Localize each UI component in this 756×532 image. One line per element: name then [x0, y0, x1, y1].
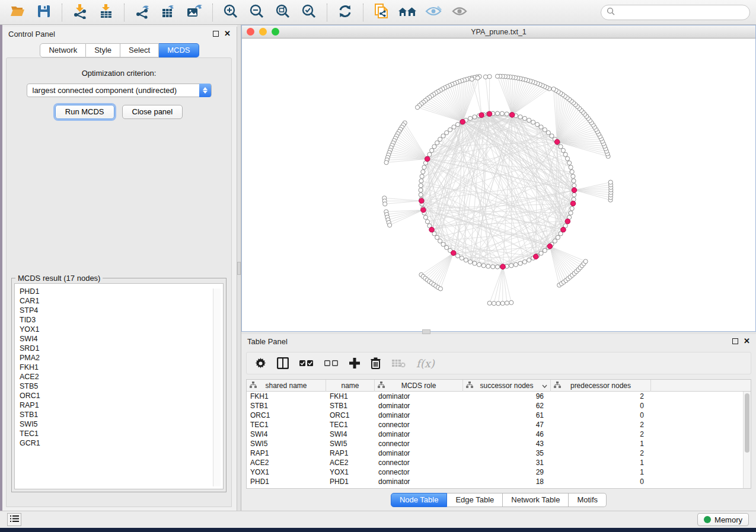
list-item[interactable]: PMA2: [20, 353, 223, 363]
show-panels-button[interactable]: [7, 513, 21, 526]
list-item[interactable]: GCR1: [20, 438, 223, 448]
sort-desc-icon: [542, 382, 547, 390]
export-network-button[interactable]: [130, 2, 154, 23]
zoom-fit-button[interactable]: [271, 2, 295, 23]
table-cell: connector: [375, 467, 463, 477]
import-table-button[interactable]: [94, 2, 118, 23]
table-row[interactable]: SWI4SWI4dominator462: [247, 430, 751, 439]
columns-icon[interactable]: [277, 357, 289, 369]
gear-icon[interactable]: [255, 358, 266, 369]
vertical-splitter[interactable]: [237, 25, 241, 511]
list-item[interactable]: STB1: [20, 410, 223, 419]
table-row[interactable]: STB1STB1dominator620: [247, 401, 751, 411]
column-header-shared-name[interactable]: shared name: [247, 380, 326, 392]
table-row[interactable]: FKH1FKH1dominator962: [247, 392, 751, 401]
save-session-button[interactable]: [32, 2, 56, 23]
table-row[interactable]: PHD1PHD1dominator180: [247, 477, 751, 486]
tab-motifs[interactable]: Motifs: [569, 493, 607, 507]
table-cell: [651, 477, 751, 486]
list-item[interactable]: ACE2: [20, 372, 223, 382]
list-item[interactable]: YOX1: [20, 325, 223, 334]
close-panel-button[interactable]: Close panel: [122, 105, 183, 119]
tab-node-table[interactable]: Node Table: [391, 493, 448, 507]
export-table-button[interactable]: [157, 2, 180, 23]
network-window-titlebar[interactable]: YPA_prune.txt_1: [242, 25, 755, 39]
list-item[interactable]: SWI5: [20, 419, 223, 429]
mcds-result-list[interactable]: PHD1CAR1STP4TID3YOX1SWI4SRD1PMA2FKH1ACE2…: [14, 283, 224, 489]
delete-column-icon[interactable]: [371, 357, 381, 369]
list-item[interactable]: TID3: [20, 315, 223, 325]
table-cell: ACE2: [326, 458, 375, 467]
first-neighbors-button[interactable]: [395, 2, 419, 23]
table-cell: SWI4: [326, 430, 375, 439]
open-session-button[interactable]: [6, 2, 30, 23]
memory-button[interactable]: Memory: [697, 513, 749, 526]
list-item[interactable]: SRD1: [20, 344, 223, 353]
export-image-button[interactable]: [183, 2, 206, 23]
close-icon[interactable]: ✕: [744, 338, 750, 344]
table-cell: 2: [551, 448, 651, 458]
select-all-icon[interactable]: [299, 360, 314, 367]
table-cell: 1: [551, 467, 651, 477]
network-canvas[interactable]: [242, 39, 755, 331]
float-icon[interactable]: [732, 338, 738, 344]
tab-network-table[interactable]: Network Table: [503, 493, 569, 507]
column-header-successor-nodes[interactable]: successor nodes: [463, 380, 551, 392]
table-panel-header: Table Panel ✕: [241, 334, 756, 348]
table-scrollbar[interactable]: [743, 392, 751, 488]
network-window-title: YPA_prune.txt_1: [242, 28, 755, 36]
list-item[interactable]: CAR1: [20, 296, 223, 306]
zoom-in-button[interactable]: [219, 2, 243, 23]
duplicate-network-button[interactable]: [369, 2, 393, 23]
optimization-criterion-select[interactable]: largest connected component (undirected): [27, 84, 212, 97]
tab-select[interactable]: Select: [120, 43, 159, 57]
table-cell: [651, 392, 751, 401]
column-header-name[interactable]: name: [326, 380, 375, 392]
search-box[interactable]: [601, 5, 750, 20]
table-row[interactable]: TEC1TEC1connector472: [247, 420, 751, 430]
list-item[interactable]: SWI4: [20, 334, 223, 344]
column-header-predecessor-nodes[interactable]: predecessor nodes: [551, 380, 651, 392]
refresh-button[interactable]: [333, 2, 357, 23]
run-mcds-button[interactable]: Run MCDS: [55, 105, 114, 119]
zoom-out-button[interactable]: [245, 2, 269, 23]
list-scrollbar[interactable]: [213, 289, 221, 486]
scrollbar-thumb[interactable]: [745, 393, 749, 453]
import-network-button[interactable]: [68, 2, 92, 23]
search-input[interactable]: [618, 8, 744, 17]
table-cell: 2: [551, 420, 651, 430]
list-item[interactable]: STB5: [20, 382, 223, 391]
list-item[interactable]: STP4: [20, 306, 223, 315]
table-cell: 1: [551, 458, 651, 467]
list-item[interactable]: FKH1: [20, 363, 223, 372]
list-item[interactable]: ORC1: [20, 391, 223, 400]
table-row[interactable]: ORC1ORC1dominator610: [247, 411, 751, 420]
table-row[interactable]: ACE2ACE2connector311: [247, 458, 751, 467]
float-icon[interactable]: [213, 31, 219, 37]
zoom-selected-button[interactable]: [297, 2, 321, 23]
show-all-button[interactable]: [448, 2, 471, 23]
splitter-grip[interactable]: [422, 329, 430, 334]
tab-mcds[interactable]: MCDS: [159, 43, 199, 57]
table-cell: 35: [463, 448, 551, 458]
column-header-mcds-role[interactable]: MCDS role: [375, 380, 463, 392]
control-panel-tabs: Network Style Select MCDS: [2, 43, 237, 57]
close-icon[interactable]: ✕: [224, 31, 231, 37]
tab-network[interactable]: Network: [40, 43, 86, 57]
save-icon: [37, 4, 51, 20]
list-item[interactable]: PHD1: [20, 287, 223, 296]
list-item[interactable]: TEC1: [20, 429, 223, 438]
column-header-filler: [651, 380, 751, 392]
deselect-all-icon[interactable]: [324, 360, 339, 367]
table-row[interactable]: SWI5SWI5connector431: [247, 439, 751, 448]
table-cell: 0: [551, 477, 651, 486]
tab-edge-table[interactable]: Edge Table: [447, 493, 503, 507]
list-item[interactable]: RAP1: [20, 400, 223, 410]
splitter-grip[interactable]: [237, 262, 241, 275]
tab-style[interactable]: Style: [86, 43, 120, 57]
table-row[interactable]: YOX1YOX1connector291: [247, 467, 751, 477]
table-row[interactable]: RAP1RAP1dominator352: [247, 448, 751, 458]
hide-selected-button[interactable]: [422, 2, 445, 23]
add-column-icon[interactable]: [349, 358, 360, 368]
network-graph[interactable]: [242, 39, 755, 331]
